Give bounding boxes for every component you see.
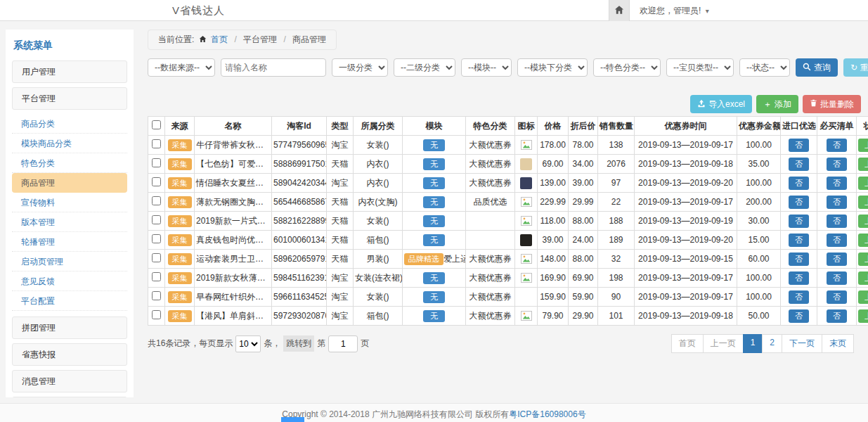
filter-select[interactable]: --模块下分类-- [517, 58, 588, 77]
sidebar-section-消息管理[interactable]: 消息管理 [12, 370, 127, 392]
icp-link[interactable]: 粤ICP备16098006号 [509, 409, 585, 419]
filter-select[interactable]: --数据来源-- [148, 58, 215, 77]
import-toggle-button[interactable]: 否 [789, 234, 809, 247]
status-button[interactable]: 上架 [858, 177, 868, 190]
breadcrumb-home-link[interactable]: 首页 [211, 34, 228, 44]
filter-select[interactable]: --模块-- [461, 58, 512, 77]
taoke-id: 598451162391 [272, 269, 327, 288]
sidebar-item-版本管理[interactable]: 版本管理 [12, 212, 127, 232]
mustbuy-toggle-button[interactable]: 否 [827, 252, 847, 266]
batch-delete-button[interactable]: 批量删除 [803, 95, 861, 113]
home-button[interactable] [609, 0, 630, 21]
product-name: 真皮钱包时尚优雅女士... [195, 231, 272, 250]
page-button-上一页[interactable]: 上一页 [703, 334, 744, 353]
import-excel-button[interactable]: 导入excel [690, 95, 752, 113]
sidebar-section-平台管理[interactable]: 平台管理 [12, 87, 127, 110]
import-toggle-button[interactable]: 否 [789, 139, 809, 152]
product-category: 内衣() [354, 155, 403, 174]
status-button[interactable]: 上架 [858, 290, 868, 304]
row-checkbox[interactable] [152, 310, 161, 319]
import-toggle-button[interactable]: 否 [789, 215, 809, 228]
price: 159.90 [538, 288, 569, 307]
row-checkbox[interactable] [152, 158, 161, 167]
mustbuy-toggle-button[interactable]: 否 [827, 177, 847, 190]
filter-select[interactable]: 一级分类 [332, 58, 388, 77]
import-toggle-button[interactable]: 否 [789, 252, 809, 266]
sidebar-item-轮播管理[interactable]: 轮播管理 [12, 232, 127, 252]
sidebar-section-拼团管理[interactable]: 拼团管理 [12, 316, 127, 339]
feature-category: 大额优惠券 [466, 307, 515, 326]
page-button-下一页[interactable]: 下一页 [782, 334, 822, 353]
add-button[interactable]: ＋ 添加 [756, 95, 798, 113]
product-category: 女装() [354, 212, 403, 231]
coupon-amount: 100.00 [737, 269, 781, 288]
pager-buttons: 首页上一页12下一页末页 [672, 334, 854, 353]
mustbuy-cell: 否 [817, 307, 857, 326]
sidebar-section-订单管理[interactable]: 订单管理 [12, 397, 127, 397]
row-checkbox[interactable] [152, 177, 161, 186]
status-button[interactable]: 上架 [858, 271, 868, 285]
mustbuy-toggle-button[interactable]: 否 [827, 234, 847, 247]
mustbuy-toggle-button[interactable]: 否 [827, 196, 847, 209]
status-button[interactable]: 上架 [858, 215, 868, 228]
page-button-1[interactable]: 1 [743, 334, 763, 353]
filter-select[interactable]: --状态-- [739, 58, 790, 77]
row-checkbox[interactable] [152, 215, 161, 224]
row-checkbox[interactable] [152, 291, 161, 300]
status-button[interactable]: 上架 [858, 139, 868, 152]
row-checkbox[interactable] [152, 234, 161, 243]
import-select-cell: 否 [781, 307, 817, 326]
page-button-末页[interactable]: 末页 [822, 334, 854, 353]
sidebar-section-用户管理[interactable]: 用户管理 [12, 60, 127, 83]
sidebar-section-省惠快报[interactable]: 省惠快报 [12, 343, 127, 366]
discount-price: 88.00 [569, 212, 598, 231]
row-checkbox[interactable] [152, 272, 161, 281]
page-button-首页[interactable]: 首页 [671, 334, 704, 353]
table-row: 采集2019新款女秋薄款...598451162391淘宝女装(连衣裙)无大额优… [148, 269, 868, 288]
search-button[interactable]: 查询 [796, 58, 838, 77]
import-toggle-button[interactable]: 否 [789, 290, 809, 304]
sidebar-item-商品管理[interactable]: 商品管理 [12, 173, 127, 193]
mustbuy-toggle-button[interactable]: 否 [827, 271, 847, 285]
import-toggle-button[interactable]: 否 [789, 309, 809, 323]
filter-select[interactable]: --特色分类-- [593, 58, 661, 77]
status-button[interactable]: 上架 [858, 158, 868, 171]
sidebar-item-平台配置[interactable]: 平台配置 [12, 291, 127, 311]
per-page-select[interactable]: 10 [235, 335, 261, 352]
status-button[interactable]: 上架 [858, 234, 868, 247]
row-checkbox[interactable] [152, 196, 161, 205]
broken-image-icon [521, 254, 532, 264]
mustbuy-cell: 否 [817, 155, 857, 174]
table-header: 来源名称淘客Id类型所属分类模块特色分类图标价格折后价销售数量优惠券时间优惠券金… [148, 117, 868, 136]
filter-select[interactable]: --宝贝类型-- [666, 58, 734, 77]
sidebar-item-意见反馈[interactable]: 意见反馈 [12, 271, 127, 291]
mustbuy-toggle-button[interactable]: 否 [827, 215, 847, 228]
page-button-2[interactable]: 2 [762, 334, 782, 353]
import-toggle-button[interactable]: 否 [789, 271, 809, 285]
sidebar-item-宣传物料[interactable]: 宣传物料 [12, 193, 127, 212]
sidebar-item-模块商品分类[interactable]: 模块商品分类 [12, 134, 127, 153]
status-button[interactable]: 上架 [858, 309, 868, 323]
name-search-input[interactable] [221, 58, 326, 77]
module-cell: 无 [403, 174, 466, 193]
mustbuy-toggle-button[interactable]: 否 [827, 290, 847, 304]
import-toggle-button[interactable]: 否 [789, 177, 809, 190]
mustbuy-toggle-button[interactable]: 否 [827, 139, 847, 152]
row-checkbox[interactable] [152, 253, 161, 262]
mustbuy-toggle-button[interactable]: 否 [827, 309, 847, 323]
status-button[interactable]: 上架 [858, 196, 868, 209]
jump-page-input[interactable] [328, 335, 358, 352]
sidebar-item-商品分类[interactable]: 商品分类 [12, 114, 127, 134]
reset-button[interactable]: ↻ 重置 [843, 58, 868, 77]
row-checkbox[interactable] [152, 139, 161, 148]
import-toggle-button[interactable]: 否 [789, 196, 809, 209]
mustbuy-toggle-button[interactable]: 否 [827, 158, 847, 171]
import-toggle-button[interactable]: 否 [789, 158, 809, 171]
sidebar-item-特色分类[interactable]: 特色分类 [12, 153, 127, 173]
sidebar-item-启动页管理[interactable]: 启动页管理 [12, 252, 127, 271]
status-button[interactable]: 上架 [858, 252, 868, 266]
filter-select[interactable]: --二级分类-- [394, 58, 455, 77]
user-menu[interactable]: 欢迎您，管理员! ▾ [640, 5, 709, 17]
select-all-checkbox[interactable] [152, 120, 161, 129]
price: 148.00 [538, 250, 569, 269]
